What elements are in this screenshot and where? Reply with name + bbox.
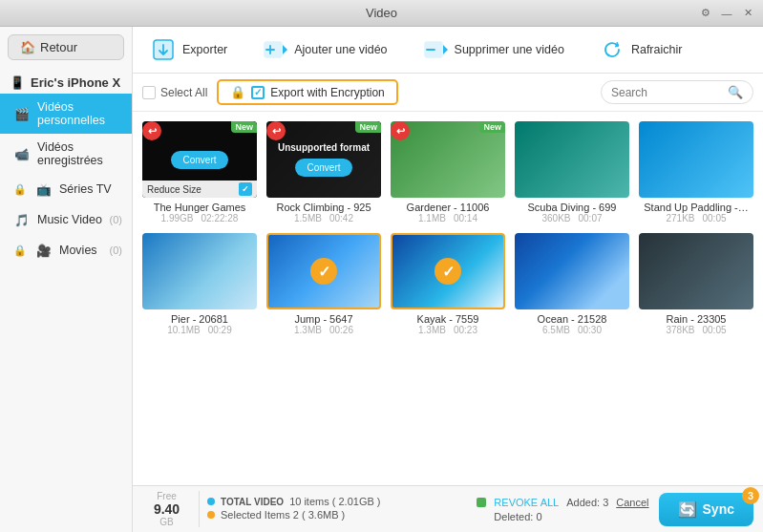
cancel-link[interactable]: Cancel: [616, 497, 648, 508]
video-duration: 00:05: [703, 213, 727, 223]
video-name: Stand Up Paddling -…: [639, 202, 753, 213]
video-meta: 1.3MB 00:23: [418, 325, 477, 335]
select-all-wrapper[interactable]: Select All: [142, 86, 207, 99]
selected-check: ✓: [434, 258, 461, 285]
free-label: Free: [157, 491, 177, 501]
sidebar-label-music: Music Video: [37, 213, 102, 226]
refresh-button[interactable]: Rafraichir: [591, 32, 690, 67]
new-badge: New: [355, 121, 381, 133]
house-icon: 🏠: [20, 40, 35, 54]
reduce-check[interactable]: ✓: [239, 182, 252, 196]
minimize-button[interactable]: —: [719, 6, 734, 21]
video-icon: 🎬: [13, 105, 31, 122]
video-saved-icon: 📹: [13, 145, 31, 162]
video-name: Pier - 20681: [142, 313, 257, 325]
device-name: 📱 Eric's iPhone X: [0, 68, 132, 94]
video-card-stand-up[interactable]: Stand Up Paddling -… 271KB 00:05: [639, 121, 753, 223]
sidebar-item-videos-perso[interactable]: 🎬 Vidéos personnelles: [0, 94, 132, 134]
video-card-rock-climbing[interactable]: Unsupported format Convert New ↩ Rock Cl…: [266, 121, 381, 223]
search-icon: 🔍: [728, 85, 743, 99]
sidebar-item-series[interactable]: 🔒 📺 Séries TV: [0, 174, 132, 204]
video-thumb: ✓: [266, 233, 381, 309]
svg-marker-3: [283, 45, 287, 54]
total-video-row: TOTAL VIDEO 10 items ( 2.01GB ): [207, 496, 477, 507]
video-meta: 1.1MB 00:14: [418, 213, 477, 223]
undo-badge: ↩: [142, 121, 161, 140]
bottom-bar: Free 9.40 GB TOTAL VIDEO 10 items ( 2.01…: [133, 485, 763, 532]
video-thumb: New ↩: [391, 121, 505, 198]
add-video-button[interactable]: Ajouter une vidéo: [254, 32, 394, 67]
sync-label: Sync: [703, 501, 734, 517]
video-size: 271KB: [666, 213, 694, 223]
search-input[interactable]: [611, 86, 723, 99]
video-size: 1.99GB: [161, 213, 194, 223]
total-count: 10 items ( 2.01GB ): [289, 496, 380, 507]
sidebar-label-series: Séries TV: [59, 182, 112, 196]
video-card-scuba[interactable]: Scuba Diving - 699 360KB 00:07: [515, 121, 629, 223]
video-meta: 1.5MB 00:42: [294, 213, 353, 223]
storage-info: Free 9.40 GB: [142, 491, 200, 527]
selected-dot: [207, 511, 215, 519]
unsupported-text: Unsupported format: [278, 142, 370, 153]
deleted-row: Deleted: 0: [477, 511, 648, 522]
video-thumb: [515, 121, 629, 198]
export-label: Exporter: [182, 43, 227, 56]
export-button[interactable]: Exporter: [142, 32, 235, 67]
music-icon: 🎵: [13, 211, 31, 228]
select-all-checkbox[interactable]: [142, 86, 156, 99]
video-thumb: Convert Reduce Size ✓ New ↩: [142, 121, 257, 198]
gear-button[interactable]: ⚙: [698, 6, 713, 21]
revoke-cancel-row: REVOKE ALL Added: 3 Cancel: [477, 497, 648, 508]
video-name: Rain - 23305: [639, 313, 753, 325]
remove-video-label: Supprimer une vidéo: [455, 43, 564, 56]
sync-button[interactable]: 🔄 Sync 3: [659, 493, 753, 526]
movie-icon: 🎥: [35, 242, 53, 259]
video-card-pier[interactable]: Pier - 20681 10.1MB 00:29: [142, 233, 257, 335]
close-button[interactable]: ✕: [740, 6, 755, 21]
back-button[interactable]: 🏠 Retour: [8, 34, 124, 60]
video-card-ocean[interactable]: Ocean - 21528 6.5MB 00:30: [515, 233, 629, 335]
new-badge: New: [479, 121, 505, 133]
sidebar-item-movies[interactable]: 🔒 🎥 Movies (0): [0, 235, 132, 266]
video-name: Rock Climbing - 925: [266, 202, 381, 213]
video-name: Gardener - 11006: [391, 202, 505, 213]
video-card-kayak[interactable]: ✓ Kayak - 7559 1.3MB 00:23: [391, 233, 505, 335]
export-icon: [150, 36, 177, 63]
revoke-all-button[interactable]: REVOKE ALL: [494, 497, 559, 508]
deleted-label: Deleted: 0: [494, 511, 541, 522]
sync-badge: 3: [742, 487, 759, 504]
video-duration: 00:42: [329, 213, 353, 223]
window-title: Video: [366, 6, 397, 20]
video-size: 1.3MB: [294, 325, 322, 335]
video-duration: 02:22:28: [201, 213, 238, 223]
video-card-rain[interactable]: Rain - 23305 378KB 00:05: [639, 233, 753, 335]
undo-badge: ↩: [266, 121, 286, 140]
video-size: 1.1MB: [418, 213, 446, 223]
lock-export-icon: 🔒: [230, 85, 245, 99]
video-duration: 00:07: [579, 213, 603, 223]
convert-button[interactable]: Convert: [295, 159, 351, 177]
video-size: 1.3MB: [418, 325, 446, 335]
status-info: TOTAL VIDEO 10 items ( 2.01GB ) Selected…: [207, 496, 477, 522]
export-encryption-button[interactable]: 🔒 ✓ Export with Encryption: [217, 79, 397, 105]
video-card-hunger-games[interactable]: Convert Reduce Size ✓ New ↩ The Hunger G…: [142, 121, 257, 223]
tv-icon: 📺: [35, 181, 53, 198]
video-card-gardener[interactable]: New ↩ Gardener - 11006 1.1MB 00:14: [391, 121, 505, 223]
search-box: 🔍: [601, 80, 753, 104]
music-count: (0): [110, 214, 122, 225]
video-thumb: [142, 233, 257, 309]
select-all-label: Select All: [160, 86, 207, 99]
storage-size: 9.40: [154, 501, 180, 517]
remove-video-button[interactable]: Supprimer une vidéo: [414, 32, 572, 67]
video-card-jump[interactable]: ✓ Jump - 5647 1.3MB 00:26: [266, 233, 381, 335]
export-check-icon: ✓: [251, 86, 265, 99]
video-thumb: [515, 233, 629, 309]
video-thumb: [639, 233, 753, 309]
convert-button[interactable]: Convert: [171, 151, 227, 169]
sidebar-item-videos-enr[interactable]: 📹 Vidéos enregistrées: [0, 134, 132, 174]
video-size: 6.5MB: [542, 325, 570, 335]
action-bar: Select All 🔒 ✓ Export with Encryption 🔍: [133, 74, 763, 112]
video-name: The Hunger Games: [142, 202, 257, 213]
movies-count: (0): [110, 245, 122, 256]
sidebar-item-music-video[interactable]: 🎵 Music Video (0): [0, 204, 132, 235]
